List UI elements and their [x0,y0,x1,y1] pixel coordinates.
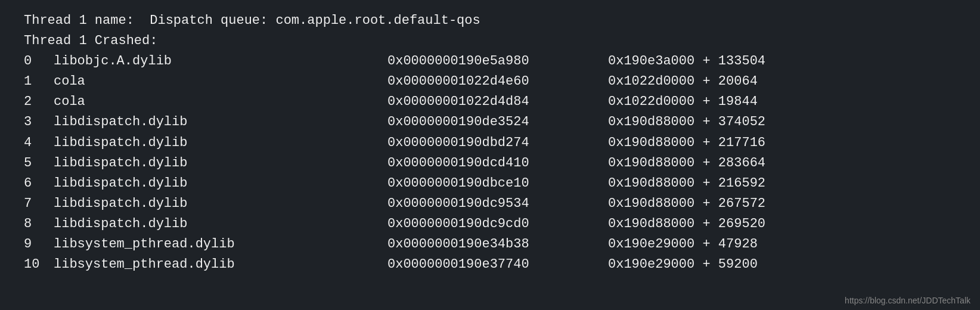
table-row: 7libdispatch.dylib0x0000000190dc95340x19… [24,194,956,214]
address-2: 0x190d88000 + 283664 [608,153,765,173]
frame-number: 2 [24,92,54,112]
address-1: 0x0000000190dcd410 [387,153,608,173]
address-2: 0x190e29000 + 59200 [608,255,758,275]
library-name: libdispatch.dylib [54,112,387,132]
table-row: 1cola0x00000001022d4e600x1022d0000 + 200… [24,72,956,92]
address-2: 0x190d88000 + 216592 [608,173,765,194]
library-name: libobjc.A.dylib [54,51,387,72]
address-1: 0x0000000190e5a980 [387,51,608,72]
address-1: 0x00000001022d4d84 [387,92,608,112]
library-name: libdispatch.dylib [54,194,387,214]
frame-number: 8 [24,214,54,234]
address-1: 0x0000000190e37740 [387,255,608,275]
stack-trace-rows: 0libobjc.A.dylib0x0000000190e5a9800x190e… [24,51,956,275]
frame-number: 9 [24,234,54,255]
table-row: 3libdispatch.dylib0x0000000190de35240x19… [24,112,956,132]
frame-number: 7 [24,194,54,214]
terminal-window: Thread 1 name: Dispatch queue: com.apple… [0,0,980,310]
frame-number: 10 [24,255,54,275]
header-1-text: Thread 1 name: Dispatch queue: com.apple… [24,11,480,31]
library-name: libdispatch.dylib [54,214,387,234]
address-2: 0x190d88000 + 267572 [608,194,765,214]
address-1: 0x0000000190dc9534 [387,194,608,214]
frame-number: 5 [24,153,54,173]
library-name: libdispatch.dylib [54,173,387,194]
table-row: 6libdispatch.dylib0x0000000190dbce100x19… [24,173,956,194]
address-1: 0x0000000190dbd274 [387,133,608,153]
library-name: cola [54,92,387,112]
header-2-text: Thread 1 Crashed: [24,31,157,51]
frame-number: 4 [24,133,54,153]
table-row: 4libdispatch.dylib0x0000000190dbd2740x19… [24,133,956,153]
watermark: https://blog.csdn.net/JDDTechTalk [845,296,970,305]
library-name: cola [54,72,387,92]
address-2: 0x190d88000 + 217716 [608,133,765,153]
library-name: libdispatch.dylib [54,153,387,173]
frame-number: 0 [24,51,54,72]
frame-number: 6 [24,173,54,194]
table-row: 2cola0x00000001022d4d840x1022d0000 + 198… [24,92,956,112]
header-line-1: Thread 1 name: Dispatch queue: com.apple… [24,11,956,31]
library-name: libsystem_pthread.dylib [54,255,387,275]
address-1: 0x0000000190dbce10 [387,173,608,194]
library-name: libsystem_pthread.dylib [54,234,387,255]
address-1: 0x0000000190de3524 [387,112,608,132]
address-2: 0x190e29000 + 47928 [608,234,758,255]
table-row: 5libdispatch.dylib0x0000000190dcd4100x19… [24,153,956,173]
address-2: 0x190d88000 + 269520 [608,214,765,234]
library-name: libdispatch.dylib [54,133,387,153]
table-row: 8libdispatch.dylib0x0000000190dc9cd00x19… [24,214,956,234]
address-2: 0x1022d0000 + 20064 [608,72,758,92]
address-2: 0x190e3a000 + 133504 [608,51,765,72]
address-1: 0x0000000190dc9cd0 [387,214,608,234]
address-1: 0x00000001022d4e60 [387,72,608,92]
address-1: 0x0000000190e34b38 [387,234,608,255]
table-row: 10libsystem_pthread.dylib0x0000000190e37… [24,255,956,275]
header-line-2: Thread 1 Crashed: [24,31,956,51]
frame-number: 3 [24,112,54,132]
address-2: 0x190d88000 + 374052 [608,112,765,132]
frame-number: 1 [24,72,54,92]
table-row: 0libobjc.A.dylib0x0000000190e5a9800x190e… [24,51,956,72]
table-row: 9libsystem_pthread.dylib0x0000000190e34b… [24,234,956,255]
address-2: 0x1022d0000 + 19844 [608,92,758,112]
